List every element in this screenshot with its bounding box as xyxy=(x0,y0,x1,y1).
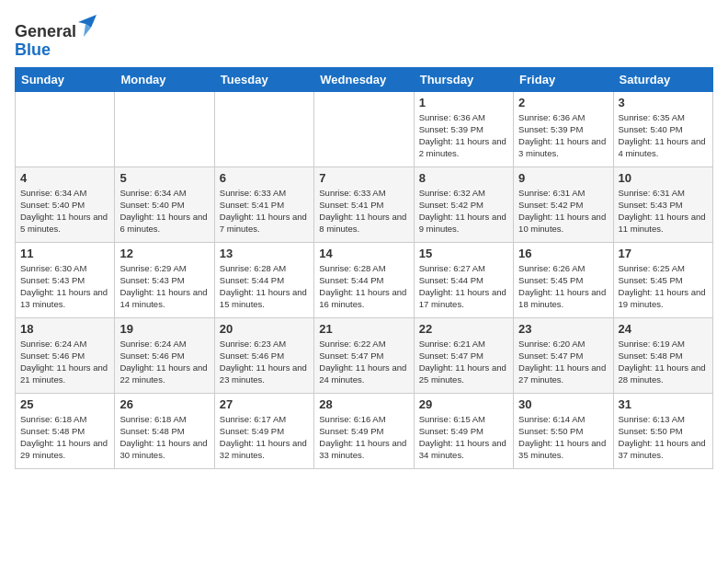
calendar-cell: 18Sunrise: 6:24 AM Sunset: 5:46 PM Dayli… xyxy=(16,317,115,393)
calendar-cell: 27Sunrise: 6:17 AM Sunset: 5:49 PM Dayli… xyxy=(214,393,313,468)
calendar-cell: 7Sunrise: 6:33 AM Sunset: 5:41 PM Daylig… xyxy=(314,167,414,242)
day-number: 16 xyxy=(518,247,608,260)
weekday-header-wednesday: Wednesday xyxy=(314,67,414,91)
day-number: 4 xyxy=(20,171,109,185)
day-info: Sunrise: 6:26 AM Sunset: 5:45 PM Dayligh… xyxy=(518,262,608,311)
day-number: 6 xyxy=(220,171,309,185)
calendar-cell: 19Sunrise: 6:24 AM Sunset: 5:46 PM Dayli… xyxy=(115,317,214,393)
day-number: 9 xyxy=(518,171,608,185)
day-number: 7 xyxy=(319,171,408,185)
day-info: Sunrise: 6:18 AM Sunset: 5:48 PM Dayligh… xyxy=(20,413,109,462)
calendar-cell: 22Sunrise: 6:21 AM Sunset: 5:47 PM Dayli… xyxy=(414,317,513,393)
calendar-cell: 21Sunrise: 6:22 AM Sunset: 5:47 PM Dayli… xyxy=(314,317,414,393)
day-info: Sunrise: 6:36 AM Sunset: 5:39 PM Dayligh… xyxy=(518,111,608,160)
calendar-cell: 11Sunrise: 6:30 AM Sunset: 5:43 PM Dayli… xyxy=(16,242,115,317)
day-number: 27 xyxy=(220,397,309,411)
day-number: 23 xyxy=(518,322,608,336)
day-info: Sunrise: 6:21 AM Sunset: 5:47 PM Dayligh… xyxy=(419,338,508,386)
day-number: 29 xyxy=(419,397,508,411)
calendar-cell: 6Sunrise: 6:33 AM Sunset: 5:41 PM Daylig… xyxy=(214,167,313,242)
day-info: Sunrise: 6:32 AM Sunset: 5:42 PM Dayligh… xyxy=(419,187,508,236)
weekday-header-thursday: Thursday xyxy=(414,67,513,91)
logo-bird-icon xyxy=(78,15,97,37)
weekday-header-row: SundayMondayTuesdayWednesdayThursdayFrid… xyxy=(16,67,713,91)
day-number: 14 xyxy=(319,247,408,260)
day-info: Sunrise: 6:13 AM Sunset: 5:50 PM Dayligh… xyxy=(619,413,708,462)
day-number: 8 xyxy=(419,171,508,185)
calendar-table: SundayMondayTuesdayWednesdayThursdayFrid… xyxy=(15,67,713,469)
logo-blue: Blue xyxy=(15,40,51,59)
calendar-cell: 16Sunrise: 6:26 AM Sunset: 5:45 PM Dayli… xyxy=(514,242,613,317)
day-number: 24 xyxy=(619,322,708,336)
day-info: Sunrise: 6:24 AM Sunset: 5:46 PM Dayligh… xyxy=(119,338,209,386)
calendar-cell: 8Sunrise: 6:32 AM Sunset: 5:42 PM Daylig… xyxy=(414,167,513,242)
day-number: 12 xyxy=(119,247,209,260)
calendar-cell xyxy=(214,91,313,167)
calendar-cell: 3Sunrise: 6:35 AM Sunset: 5:40 PM Daylig… xyxy=(613,91,712,167)
day-number: 15 xyxy=(419,247,508,260)
calendar-cell: 20Sunrise: 6:23 AM Sunset: 5:46 PM Dayli… xyxy=(214,317,313,393)
calendar-cell: 2Sunrise: 6:36 AM Sunset: 5:39 PM Daylig… xyxy=(514,91,613,167)
day-info: Sunrise: 6:22 AM Sunset: 5:47 PM Dayligh… xyxy=(319,338,408,386)
week-row-5: 25Sunrise: 6:18 AM Sunset: 5:48 PM Dayli… xyxy=(16,393,713,468)
day-number: 17 xyxy=(619,247,708,260)
calendar-cell: 31Sunrise: 6:13 AM Sunset: 5:50 PM Dayli… xyxy=(613,393,712,468)
calendar-cell xyxy=(115,91,214,167)
day-info: Sunrise: 6:16 AM Sunset: 5:49 PM Dayligh… xyxy=(319,413,408,462)
calendar-cell: 24Sunrise: 6:19 AM Sunset: 5:48 PM Dayli… xyxy=(613,317,712,393)
day-info: Sunrise: 6:19 AM Sunset: 5:48 PM Dayligh… xyxy=(619,338,708,386)
day-number: 11 xyxy=(20,247,109,260)
weekday-header-monday: Monday xyxy=(115,67,214,91)
day-info: Sunrise: 6:17 AM Sunset: 5:49 PM Dayligh… xyxy=(220,413,309,462)
weekday-header-sunday: Sunday xyxy=(16,67,115,91)
day-number: 5 xyxy=(119,171,209,185)
calendar-cell: 14Sunrise: 6:28 AM Sunset: 5:44 PM Dayli… xyxy=(314,242,414,317)
day-info: Sunrise: 6:23 AM Sunset: 5:46 PM Dayligh… xyxy=(220,338,309,386)
day-number: 22 xyxy=(419,322,508,336)
calendar-cell: 29Sunrise: 6:15 AM Sunset: 5:49 PM Dayli… xyxy=(414,393,513,468)
weekday-header-tuesday: Tuesday xyxy=(214,67,313,91)
calendar-cell: 12Sunrise: 6:29 AM Sunset: 5:43 PM Dayli… xyxy=(115,242,214,317)
day-info: Sunrise: 6:30 AM Sunset: 5:43 PM Dayligh… xyxy=(20,262,109,311)
day-info: Sunrise: 6:18 AM Sunset: 5:48 PM Dayligh… xyxy=(119,413,209,462)
calendar-cell: 23Sunrise: 6:20 AM Sunset: 5:47 PM Dayli… xyxy=(514,317,613,393)
day-info: Sunrise: 6:34 AM Sunset: 5:40 PM Dayligh… xyxy=(119,187,209,236)
logo: General Blue xyxy=(15,15,97,60)
day-info: Sunrise: 6:35 AM Sunset: 5:40 PM Dayligh… xyxy=(619,111,708,160)
day-info: Sunrise: 6:15 AM Sunset: 5:49 PM Dayligh… xyxy=(419,413,508,462)
day-info: Sunrise: 6:29 AM Sunset: 5:43 PM Dayligh… xyxy=(119,262,209,311)
calendar-cell: 17Sunrise: 6:25 AM Sunset: 5:45 PM Dayli… xyxy=(613,242,712,317)
day-number: 3 xyxy=(619,96,708,109)
calendar-cell: 1Sunrise: 6:36 AM Sunset: 5:39 PM Daylig… xyxy=(414,91,513,167)
day-number: 10 xyxy=(619,171,708,185)
day-info: Sunrise: 6:27 AM Sunset: 5:44 PM Dayligh… xyxy=(419,262,508,311)
day-info: Sunrise: 6:28 AM Sunset: 5:44 PM Dayligh… xyxy=(319,262,408,311)
calendar-cell: 28Sunrise: 6:16 AM Sunset: 5:49 PM Dayli… xyxy=(314,393,414,468)
week-row-2: 4Sunrise: 6:34 AM Sunset: 5:40 PM Daylig… xyxy=(16,167,713,242)
day-number: 26 xyxy=(119,397,209,411)
calendar-cell: 15Sunrise: 6:27 AM Sunset: 5:44 PM Dayli… xyxy=(414,242,513,317)
day-info: Sunrise: 6:33 AM Sunset: 5:41 PM Dayligh… xyxy=(220,187,309,236)
calendar-cell xyxy=(314,91,414,167)
calendar-cell: 4Sunrise: 6:34 AM Sunset: 5:40 PM Daylig… xyxy=(16,167,115,242)
day-info: Sunrise: 6:31 AM Sunset: 5:43 PM Dayligh… xyxy=(619,187,708,236)
weekday-header-saturday: Saturday xyxy=(613,67,712,91)
day-number: 31 xyxy=(619,397,708,411)
day-number: 13 xyxy=(220,247,309,260)
day-info: Sunrise: 6:14 AM Sunset: 5:50 PM Dayligh… xyxy=(518,413,608,462)
day-number: 28 xyxy=(319,397,408,411)
day-number: 30 xyxy=(518,397,608,411)
day-number: 2 xyxy=(518,96,608,109)
day-info: Sunrise: 6:25 AM Sunset: 5:45 PM Dayligh… xyxy=(619,262,708,311)
week-row-3: 11Sunrise: 6:30 AM Sunset: 5:43 PM Dayli… xyxy=(16,242,713,317)
page-header: General Blue xyxy=(15,15,713,60)
calendar-cell: 26Sunrise: 6:18 AM Sunset: 5:48 PM Dayli… xyxy=(115,393,214,468)
day-info: Sunrise: 6:20 AM Sunset: 5:47 PM Dayligh… xyxy=(518,338,608,386)
calendar-cell xyxy=(16,91,115,167)
day-info: Sunrise: 6:34 AM Sunset: 5:40 PM Dayligh… xyxy=(20,187,109,236)
day-number: 1 xyxy=(419,96,508,109)
day-info: Sunrise: 6:33 AM Sunset: 5:41 PM Dayligh… xyxy=(319,187,408,236)
day-info: Sunrise: 6:24 AM Sunset: 5:46 PM Dayligh… xyxy=(20,338,109,386)
calendar-cell: 25Sunrise: 6:18 AM Sunset: 5:48 PM Dayli… xyxy=(16,393,115,468)
day-info: Sunrise: 6:31 AM Sunset: 5:42 PM Dayligh… xyxy=(518,187,608,236)
